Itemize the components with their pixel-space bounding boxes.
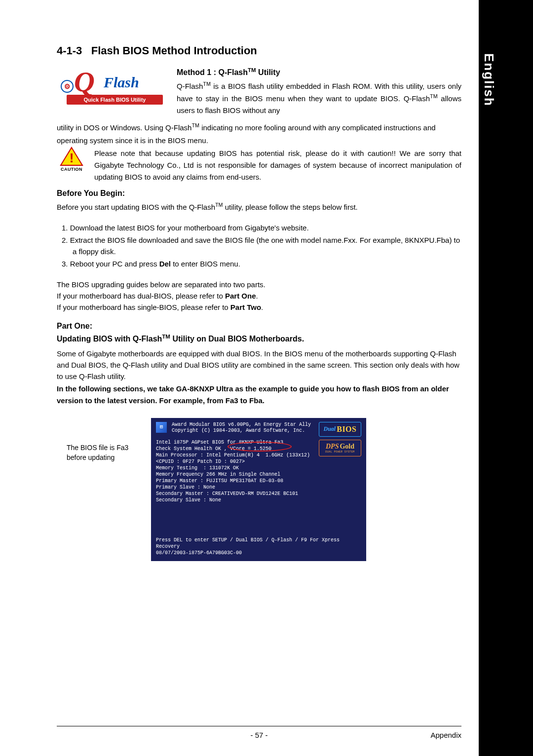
step-item: Download the latest BIOS for your mother… [71,222,461,233]
part-one-bold-note: In the following sections, we take GA-8K… [57,383,461,406]
dual-bios-logo: DualBIOS [319,422,361,437]
section-number: 4-1-3 [57,44,82,57]
method1-intro-right: Q-FlashTM is a BIOS flash utility embedd… [177,80,461,116]
bios-badge-icon: ⊞ [156,422,167,433]
bios-footer-2: 08/07/2003-i875P-6A79BG03C-00 [156,550,366,556]
guide-split-2: If your motherboard has dual-BIOS, pleas… [57,290,461,302]
part-one-desc: Some of Gigabyte motherboards are equipp… [57,348,461,382]
qflash-flash: Flash [104,74,139,91]
language-tab: English [479,49,498,111]
method1-intro-cont2: operating system since it is in the BIOS… [57,135,461,147]
caution-label: CAUTION [57,167,86,172]
before-begin-intro: Before you start updating BIOS with the … [57,201,461,213]
bios-screenshot: ⊞ Award Modular BIOS v6.00PG, An Energy … [151,418,366,561]
qflash-subtitle: Quick Flash BIOS Utility [67,95,163,105]
gear-icon: ⚙ [61,80,74,93]
part-one-heading: Part One: [57,322,461,331]
section-title: Flash BIOS Method Introduction [91,44,257,57]
dps-gold-logo: DPSGold DUAL POWER SYSTEM [319,440,361,456]
caution-text: Please note that because updating BIOS h… [94,148,461,183]
step-item: Reboot your PC and press Del to enter BI… [71,258,461,269]
page-number: - 57 - [57,731,461,739]
guide-split-3: If your motherboard has single-BIOS, ple… [57,302,461,313]
figure-caption: The BIOS file is Fa3 before updating [67,443,143,463]
side-black-bar [479,0,533,756]
step-item: Extract the BIOS file downloaded and sav… [71,234,461,258]
qflash-logo: ⚙ Q Flash Quick Flash BIOS Utility [57,67,168,106]
method1-intro-cont: utility in DOS or Windows. Using Q-Flash… [57,121,461,134]
section-heading: 4-1-3 Flash BIOS Method Introduction [57,44,461,57]
steps-list: Download the latest BIOS for your mother… [60,222,461,270]
qflash-q: Q [74,67,95,98]
bios-footer-1: Press DEL to enter SETUP / Dual BIOS / Q… [156,537,366,550]
guide-split-1: The BIOS upgrading guides below are sepa… [57,279,461,290]
svg-text:!: ! [70,151,74,165]
method1-title: Method 1 : Q-FlashTM Utility [177,67,461,77]
before-begin-heading: Before You Begin: [57,189,461,198]
part-one-subheading: Updating BIOS with Q-FlashTM Utility on … [57,334,461,343]
footer-rule [57,726,461,726]
caution-icon: ! CAUTION [57,147,86,172]
